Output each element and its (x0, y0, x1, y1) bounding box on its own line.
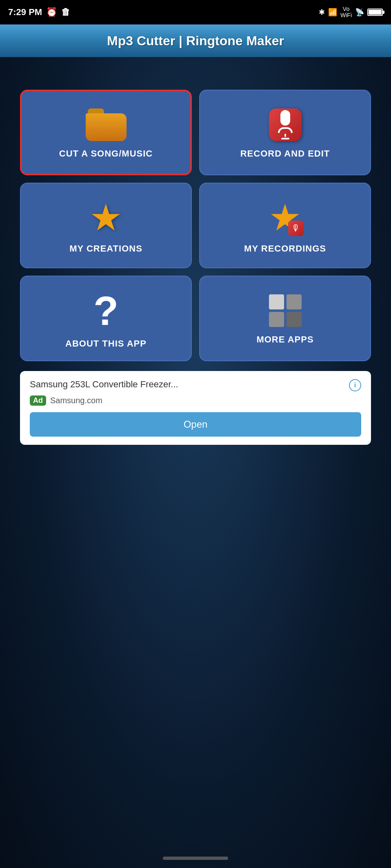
grid-cell-1 (269, 294, 284, 309)
trash-icon: 🗑 (61, 7, 70, 18)
grid-cell-4 (287, 312, 302, 327)
main-content: CUT A SONG/MUSIC RECORD AND EDIT ★ MY CR… (0, 57, 391, 457)
menu-item-my-recordings[interactable]: ★ 🎙 MY RECORDINGS (199, 183, 371, 268)
grid-cell-3 (269, 312, 284, 327)
ad-badge: Ad (30, 395, 46, 406)
cut-song-label: CUT A SONG/MUSIC (59, 148, 153, 159)
ad-open-button[interactable]: Open (30, 412, 361, 437)
menu-item-record-edit[interactable]: RECORD AND EDIT (199, 90, 371, 175)
menu-item-cut-song[interactable]: CUT A SONG/MUSIC (20, 90, 192, 175)
mic-icon (269, 108, 302, 141)
ad-info-icon[interactable]: i (349, 379, 361, 391)
alarm-icon: ⏰ (46, 7, 57, 18)
mic-inner (278, 110, 293, 139)
mic-body (280, 110, 290, 126)
grid-cell-2 (287, 294, 302, 309)
mic-overlay: 🎙 (288, 221, 304, 236)
menu-item-about-app[interactable]: ? ABOUT THIS APP (20, 276, 192, 361)
mic-foot (281, 138, 289, 139)
app-title: Mp3 Cutter | Ringtone Maker (107, 33, 284, 49)
folder-body (86, 113, 127, 141)
ad-title: Samsung 253L Convertible Freezer... (30, 379, 178, 390)
mic-stand (278, 127, 293, 133)
my-creations-label: MY CREATIONS (69, 243, 142, 254)
menu-item-my-creations[interactable]: ★ MY CREATIONS (20, 183, 192, 268)
vowifi-label: VoWiFi (340, 6, 352, 19)
menu-grid: CUT A SONG/MUSIC RECORD AND EDIT ★ MY CR… (20, 90, 371, 361)
about-app-label: ABOUT THIS APP (65, 338, 147, 349)
menu-item-more-apps[interactable]: MORE APPS (199, 276, 371, 361)
bottom-nav-bar (163, 857, 228, 860)
time-display: 7:29 PM (8, 7, 42, 18)
grid-icon (269, 294, 302, 327)
folder-icon (86, 108, 127, 141)
signal-icon: 📶 (328, 8, 337, 17)
status-right: ✱ 📶 VoWiFi 📡 (319, 6, 383, 19)
ad-source-row: Ad Samsung.com (30, 395, 361, 406)
ad-source: Samsung.com (50, 396, 102, 405)
my-recordings-label: MY RECORDINGS (244, 243, 326, 254)
ad-banner: Samsung 253L Convertible Freezer... i Ad… (20, 371, 371, 445)
wifi-icon: 📡 (355, 8, 364, 17)
status-bar: 7:29 PM ⏰ 🗑 ✱ 📶 VoWiFi 📡 (0, 0, 391, 24)
mic-overlay-inner: 🎙 (291, 223, 300, 234)
status-left: 7:29 PM ⏰ 🗑 (8, 7, 70, 18)
record-edit-label: RECORD AND EDIT (240, 148, 330, 159)
mic-base (284, 134, 286, 137)
star-mic-icon: ★ 🎙 (269, 199, 302, 236)
more-apps-label: MORE APPS (256, 334, 313, 345)
info-letter: i (354, 382, 356, 389)
battery-icon (367, 9, 383, 16)
battery-fill (369, 10, 382, 15)
ad-header: Samsung 253L Convertible Freezer... i (30, 379, 361, 391)
star-icon: ★ (89, 199, 122, 236)
bluetooth-icon: ✱ (319, 8, 325, 17)
question-icon: ? (93, 290, 118, 331)
app-header: Mp3 Cutter | Ringtone Maker (0, 24, 391, 57)
